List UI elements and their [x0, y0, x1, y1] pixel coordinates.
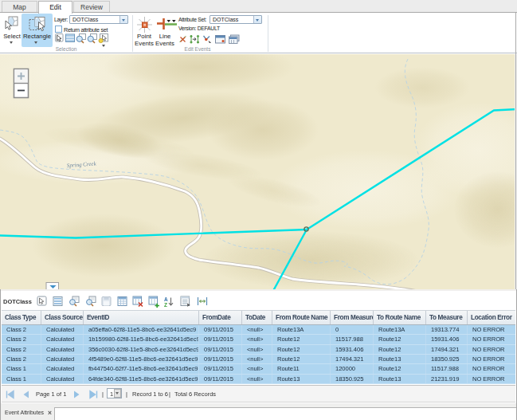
svg-text:Z: Z	[164, 302, 167, 308]
svg-text:A: A	[164, 296, 168, 302]
